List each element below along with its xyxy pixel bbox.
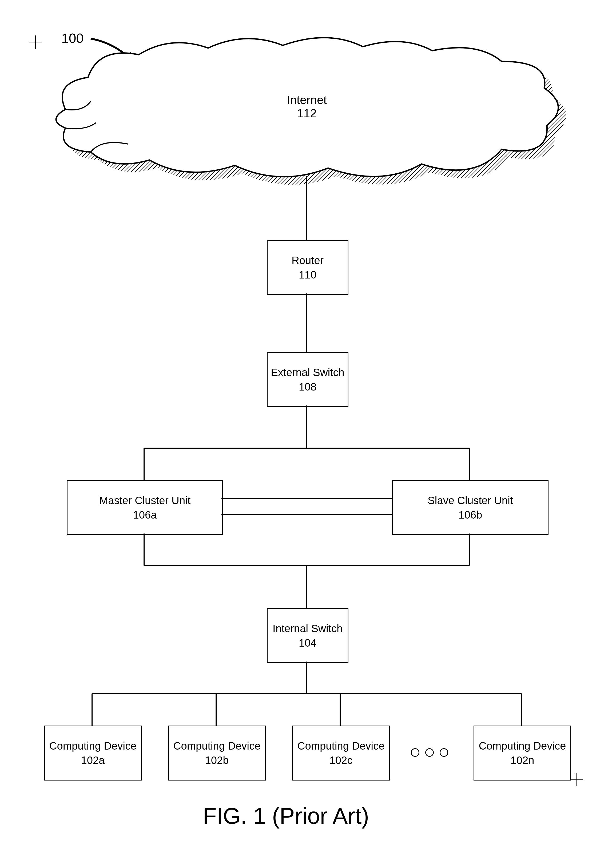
- computing-device-b-label: Computing Device: [173, 738, 261, 753]
- diagram-canvas: 100 Internet 112 Router 110 Ex: [0, 0, 616, 844]
- computing-device-n-box: Computing Device 102n: [474, 725, 571, 781]
- computing-device-b-box: Computing Device 102b: [168, 725, 266, 781]
- computing-device-a-box: Computing Device 102a: [44, 725, 142, 781]
- ellipsis-icon: [411, 748, 448, 757]
- computing-device-c-label: Computing Device: [298, 738, 385, 753]
- computing-device-n-ref: 102n: [510, 753, 534, 768]
- computing-device-a-ref: 102a: [81, 753, 105, 768]
- connector-intswitch-devices: [0, 0, 616, 844]
- computing-device-c-ref: 102c: [330, 753, 353, 768]
- computing-device-a-label: Computing Device: [49, 738, 136, 753]
- computing-device-n-label: Computing Device: [479, 738, 566, 753]
- computing-device-b-ref: 102b: [205, 753, 229, 768]
- figure-caption: FIG. 1 (Prior Art): [203, 803, 369, 829]
- computing-device-c-box: Computing Device 102c: [292, 725, 390, 781]
